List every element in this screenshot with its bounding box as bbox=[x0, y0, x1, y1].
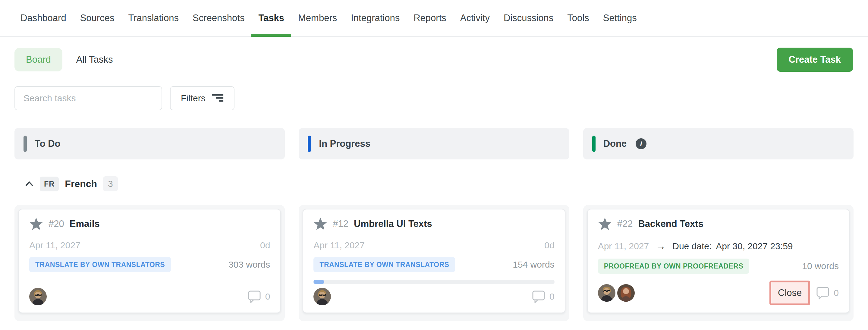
card-date-row: Apr 11, 2027 0d bbox=[313, 240, 554, 250]
nav-settings[interactable]: Settings bbox=[596, 0, 644, 36]
avatar bbox=[29, 288, 47, 305]
card-date-row: Apr 11, 2027 → Due date: Apr 30, 2027 23… bbox=[598, 240, 839, 252]
star-icon[interactable] bbox=[313, 217, 327, 231]
card-footer: Close 0 bbox=[598, 280, 839, 305]
project-nav: Dashboard Sources Translations Screensho… bbox=[0, 0, 868, 37]
start-date: Apr 11, 2027 bbox=[313, 240, 365, 250]
avatar bbox=[313, 288, 331, 305]
task-type-badge: PROOFREAD BY OWN PROOFREADERS bbox=[598, 259, 749, 274]
create-task-button[interactable]: Create Task bbox=[777, 48, 853, 72]
duration: 0d bbox=[544, 240, 554, 250]
card-badge-row: TRANSLATE BY OWN TRANSLATORS 303 words bbox=[29, 257, 270, 272]
comment-count: 0 bbox=[265, 292, 270, 302]
card-badge-row: TRANSLATE BY OWN TRANSLATORS 154 words bbox=[313, 257, 554, 272]
close-button[interactable]: Close bbox=[770, 280, 810, 305]
board-lanes: #20 Emails Apr 11, 2027 0d TRANSLATE BY … bbox=[14, 205, 854, 321]
task-type-badge: TRANSLATE BY OWN TRANSLATORS bbox=[313, 257, 455, 272]
task-id: #22 bbox=[617, 218, 633, 229]
task-count-badge: 3 bbox=[103, 176, 118, 191]
comments[interactable]: 0 bbox=[816, 286, 839, 300]
language-code-badge: FR bbox=[40, 177, 59, 191]
nav-translations[interactable]: Translations bbox=[121, 0, 186, 36]
progress-bar bbox=[313, 280, 554, 284]
card-footer-right: 0 bbox=[248, 290, 270, 303]
nav-integrations[interactable]: Integrations bbox=[344, 0, 407, 36]
task-id: #12 bbox=[333, 218, 348, 229]
filter-lines-icon bbox=[212, 93, 224, 103]
nav-sources[interactable]: Sources bbox=[73, 0, 121, 36]
card-title-row: #20 Emails bbox=[29, 217, 270, 231]
column-header-in-progress: In Progress bbox=[299, 128, 569, 159]
assignee-avatars bbox=[313, 288, 331, 305]
lane-todo: #20 Emails Apr 11, 2027 0d TRANSLATE BY … bbox=[14, 205, 285, 321]
card-footer: 0 bbox=[29, 288, 270, 305]
column-label: In Progress bbox=[319, 138, 370, 149]
task-title: Umbrella UI Texts bbox=[354, 218, 432, 229]
progress-bar-fill bbox=[313, 280, 324, 284]
task-title: Backend Texts bbox=[638, 218, 704, 229]
duration: 0d bbox=[260, 240, 270, 250]
arrow-right-icon: → bbox=[655, 240, 666, 252]
comment-icon bbox=[532, 290, 545, 303]
word-count: 10 words bbox=[802, 261, 839, 271]
comment-count: 0 bbox=[550, 292, 555, 302]
task-card[interactable]: #12 Umbrella UI Texts Apr 11, 2027 0d TR… bbox=[303, 209, 565, 313]
task-type-badge: TRANSLATE BY OWN TRANSLATORS bbox=[29, 257, 171, 272]
nav-screenshots[interactable]: Screenshots bbox=[186, 0, 251, 36]
nav-dashboard[interactable]: Dashboard bbox=[13, 0, 73, 36]
task-id: #20 bbox=[49, 218, 64, 229]
tab-board[interactable]: Board bbox=[14, 48, 62, 71]
word-count: 303 words bbox=[228, 260, 270, 270]
section-divider bbox=[0, 119, 868, 119]
card-title-row: #22 Backend Texts bbox=[598, 217, 839, 231]
nav-tools[interactable]: Tools bbox=[560, 0, 596, 36]
tasks-board-page: Dashboard Sources Translations Screensho… bbox=[0, 0, 868, 330]
task-card[interactable]: #20 Emails Apr 11, 2027 0d TRANSLATE BY … bbox=[19, 209, 281, 313]
card-title-row: #12 Umbrella UI Texts bbox=[313, 217, 554, 231]
column-label: Done bbox=[603, 138, 627, 149]
nav-reports[interactable]: Reports bbox=[407, 0, 453, 36]
filters-button[interactable]: Filters bbox=[170, 86, 235, 110]
nav-members[interactable]: Members bbox=[291, 0, 344, 36]
start-date: Apr 11, 2027 bbox=[29, 240, 81, 250]
language-name: French bbox=[65, 178, 97, 189]
nav-activity[interactable]: Activity bbox=[453, 0, 497, 36]
comments[interactable]: 0 bbox=[532, 290, 555, 303]
nav-discussions[interactable]: Discussions bbox=[497, 0, 560, 36]
done-status-marker bbox=[592, 136, 595, 152]
card-footer: 0 bbox=[313, 288, 554, 305]
todo-status-marker bbox=[24, 136, 27, 152]
column-header-done: Done i bbox=[583, 128, 854, 159]
star-icon[interactable] bbox=[598, 217, 612, 231]
comment-icon bbox=[816, 286, 830, 300]
assignee-avatars bbox=[598, 284, 635, 302]
column-headers: To Do In Progress Done i bbox=[14, 128, 854, 159]
view-tabs-row: Board All Tasks Create Task bbox=[14, 47, 853, 72]
card-badge-row: PROOFREAD BY OWN PROOFREADERS 10 words bbox=[598, 259, 839, 274]
due-date-value: Apr 30, 2027 23:59 bbox=[716, 241, 793, 251]
nav-tasks[interactable]: Tasks bbox=[251, 0, 291, 36]
assignee-avatars bbox=[29, 288, 47, 305]
comment-icon bbox=[248, 290, 261, 303]
in-progress-status-marker bbox=[308, 136, 311, 152]
search-input[interactable] bbox=[14, 86, 162, 110]
comment-count: 0 bbox=[834, 288, 839, 298]
start-date: Apr 11, 2027 bbox=[598, 241, 649, 251]
language-group-header: FR French 3 bbox=[14, 174, 118, 193]
column-header-todo: To Do bbox=[14, 128, 285, 159]
comments[interactable]: 0 bbox=[248, 290, 270, 303]
star-icon[interactable] bbox=[29, 217, 43, 231]
search-filter-row: Filters bbox=[14, 86, 235, 110]
info-icon[interactable]: i bbox=[636, 138, 647, 149]
due-date-label: Due date: bbox=[673, 241, 712, 251]
task-title: Emails bbox=[70, 218, 100, 229]
avatar bbox=[617, 284, 635, 302]
column-label: To Do bbox=[35, 138, 61, 149]
lane-in-progress: #12 Umbrella UI Texts Apr 11, 2027 0d TR… bbox=[299, 205, 569, 321]
task-card[interactable]: #22 Backend Texts Apr 11, 2027 → Due dat… bbox=[587, 209, 849, 313]
chevron-up-icon[interactable] bbox=[25, 181, 34, 187]
lane-done: #22 Backend Texts Apr 11, 2027 → Due dat… bbox=[583, 205, 854, 321]
tab-all-tasks[interactable]: All Tasks bbox=[76, 54, 113, 65]
card-footer-right: Close 0 bbox=[770, 280, 839, 305]
card-footer-right: 0 bbox=[532, 290, 555, 303]
